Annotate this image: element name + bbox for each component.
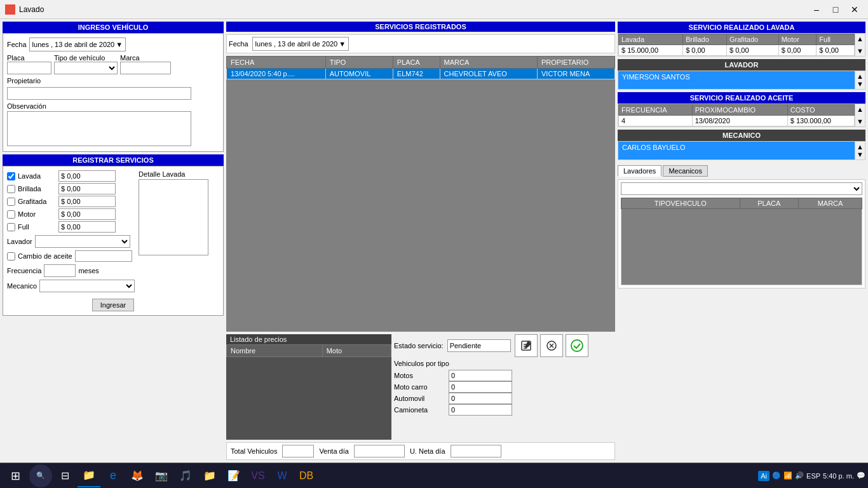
scroll-down-icon[interactable]: ▼ (857, 47, 864, 55)
edit-button[interactable] (515, 334, 538, 357)
aceite-scroll-down[interactable]: ▼ (857, 118, 864, 125)
svg-point-8 (571, 340, 583, 351)
lavador-scrollbar[interactable]: ▲ ▼ (855, 71, 865, 89)
lavada-scrollbar[interactable]: ▲ ▼ (855, 34, 865, 56)
lavada-table-row: $ 15.000,00$ 0,00$ 0,00$ 0,00$ 0,00 (619, 45, 855, 56)
maximize-button[interactable]: □ (827, 3, 844, 16)
right-panel: SERVICIO REALIZADO LAVADA LavadaBrillado… (618, 22, 865, 460)
observacion-textarea[interactable] (7, 111, 191, 146)
servicio-amount-3[interactable] (58, 208, 116, 220)
registrar-section: REGISTRAR SERVICIOS LavadaBrilladaGrafit… (3, 154, 224, 316)
servicio-amount-4[interactable] (58, 221, 116, 233)
center-fecha-row: Fecha lunes , 13 de abril de 2020 ▼ (226, 34, 615, 53)
placa-label: Placa (7, 54, 51, 62)
delete-button[interactable] (540, 334, 563, 357)
stat-input-0[interactable] (449, 370, 512, 381)
stat-input-1[interactable] (449, 381, 512, 393)
close-button[interactable]: ✕ (846, 3, 863, 16)
workers-table-body (621, 209, 862, 285)
neta-dia-label: U. Neta día (410, 447, 445, 455)
ingreso-header: INGRESO VEHÍCULO (3, 22, 224, 33)
tabs-area: Lavadores Mecanicos (618, 165, 865, 177)
window-title: Lavado (19, 5, 808, 14)
venta-dia-label: Venta día (319, 447, 349, 455)
stat-input-3[interactable] (449, 404, 512, 416)
servicio-row-0: Lavada (7, 170, 135, 182)
meses-label: meses (78, 267, 98, 274)
workers-table: TIPOVEHICULOPLACAMARCA (621, 198, 862, 285)
mecanico-select[interactable] (39, 280, 135, 292)
aceite-scroll-up[interactable]: ▲ (857, 105, 864, 113)
lavada-table: LavadaBrilladoGrafitadoMotorFull $ 15.00… (618, 34, 855, 56)
observacion-label: Observación (7, 102, 219, 110)
aceite-scrollbar[interactable]: ▲ ▼ (855, 104, 865, 126)
detalle-textarea[interactable] (139, 179, 208, 255)
servicio-checkbox-4[interactable] (7, 223, 15, 231)
listado-label: Listado de precios (226, 334, 391, 344)
servicios-table-container[interactable]: FECHATIPOPLACAMARCAPROPIETARIO 13/04/202… (226, 56, 615, 332)
servicio-amount-0[interactable] (58, 170, 116, 182)
price-list-section: Listado de precios NombreMoto (226, 334, 391, 440)
stats-container: MotosMoto carroAutomovilCamioneta (394, 370, 615, 416)
lavada-table-header: LavadaBrilladoGrafitadoMotorFull (619, 34, 855, 45)
stat-input-2[interactable] (449, 393, 512, 404)
aceite-section: SERVICIO REALIZADO ACEITE FRECUENCIAPROX… (618, 92, 865, 127)
tab-mecanicos[interactable]: Mecanicos (663, 165, 708, 177)
scroll-up-icon[interactable]: ▲ (857, 35, 864, 43)
center-fecha-value: lunes , 13 de abril de 2020 (255, 40, 338, 48)
mecanico-scrollbar[interactable]: ▲ ▼ (855, 142, 865, 159)
servicio-row-4: Full (7, 221, 135, 233)
frecuencia-input[interactable] (44, 264, 76, 277)
lavador-select[interactable] (35, 235, 130, 248)
ingresar-button[interactable]: Ingresar (92, 299, 134, 311)
cambio-aceite-checkbox[interactable] (7, 252, 15, 261)
tab-lavadores[interactable]: Lavadores (618, 165, 661, 177)
fecha-value: lunes , 13 de abril de 2020 (32, 41, 115, 48)
placa-input[interactable] (7, 62, 51, 74)
confirm-button[interactable] (566, 334, 588, 357)
mec-scroll-down[interactable]: ▼ (857, 151, 864, 158)
total-vehiculos-input[interactable] (282, 445, 314, 458)
ingreso-box: Fecha lunes , 13 de abril de 2020 ▼ Plac… (3, 33, 224, 152)
aceite-table-header: FRECUENCIAPROXIMOCAMBIOCOSTO (619, 105, 855, 116)
workers-filter-row (621, 182, 862, 195)
lavador-value: YIMERSON SANTOS (618, 71, 855, 89)
vehicle-info-row: Placa Tipo de vehículo Marca (7, 54, 219, 74)
aceite-table: FRECUENCIAPROXIMOCAMBIOCOSTO 413/08/2020… (618, 104, 855, 126)
stat-row-1: Moto carro (394, 381, 615, 393)
propietario-input[interactable] (7, 87, 191, 100)
center-fecha-dropdown-icon[interactable]: ▼ (339, 40, 346, 48)
estado-row: Estado servicio: (394, 334, 615, 357)
left-panel: INGRESO VEHÍCULO Fecha lunes , 13 de abr… (3, 22, 224, 460)
cambio-amount[interactable]: $ 0,00 (75, 250, 132, 262)
estado-label: Estado servicio: (394, 342, 444, 349)
servicio-checkbox-0[interactable] (7, 172, 15, 180)
workers-filter-select[interactable] (621, 182, 862, 195)
estado-input[interactable] (447, 339, 511, 352)
lav-scroll-up[interactable]: ▲ (857, 72, 864, 80)
servicio-checkbox-1[interactable] (7, 185, 15, 193)
tipo-select[interactable] (54, 62, 118, 74)
lav-scroll-down[interactable]: ▼ (857, 80, 864, 88)
venta-dia-input[interactable] (354, 445, 405, 458)
servicios-table: FECHATIPOPLACAMARCAPROPIETARIO 13/04/202… (226, 56, 615, 79)
mec-scroll-up[interactable]: ▲ (857, 143, 864, 151)
fecha-picker[interactable]: lunes , 13 de abril de 2020 ▼ (29, 37, 126, 51)
lavada-header: SERVICIO REALIZADO LAVADA (618, 22, 865, 33)
neta-dia-input[interactable] (451, 445, 501, 458)
marca-group: Marca (120, 54, 171, 74)
aceite-header: SERVICIO REALIZADO ACEITE (618, 92, 865, 104)
servicio-checkbox-2[interactable] (7, 198, 15, 206)
servicios-header-bar: SERVICIOS REGISTRADOS (226, 22, 615, 32)
action-buttons (515, 334, 588, 357)
window-controls: – □ ✕ (808, 3, 863, 16)
fecha-dropdown-icon[interactable]: ▼ (116, 41, 123, 48)
servicio-amount-2[interactable] (58, 196, 116, 207)
minimize-button[interactable]: – (808, 3, 825, 16)
marca-input[interactable] (120, 62, 171, 74)
lavada-section: SERVICIO REALIZADO LAVADA LavadaBrillado… (618, 22, 865, 57)
servicio-checkbox-3[interactable] (7, 210, 15, 219)
table-row[interactable]: 13/04/2020 5:40 p....AUTOMOVILELM742CHEV… (227, 69, 615, 79)
servicio-amount-1[interactable] (58, 183, 116, 194)
center-fecha-picker[interactable]: lunes , 13 de abril de 2020 ▼ (252, 37, 349, 51)
